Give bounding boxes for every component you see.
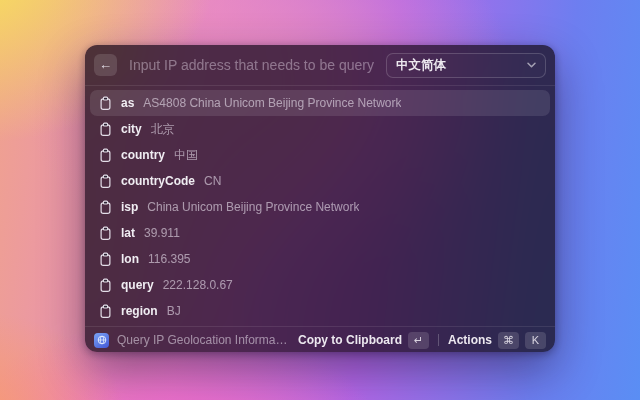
cmd-key-badge: ⌘ [498, 332, 519, 349]
list-item-value: CN [204, 174, 221, 188]
list-item[interactable]: query 222.128.0.67 [90, 272, 550, 298]
list-item-value: AS4808 China Unicom Beijing Province Net… [143, 96, 401, 110]
list-item-label: lon [121, 252, 139, 266]
list-item-value: 中国 [174, 147, 198, 164]
clipboard-icon [99, 96, 112, 111]
raycast-window: ← 中文简体 as AS4808 China Unicom Beijing Pr… [85, 45, 555, 352]
language-dropdown[interactable]: 中文简体 [386, 53, 546, 78]
list-item[interactable]: countryCode CN [90, 168, 550, 194]
list-item-label: countryCode [121, 174, 195, 188]
globe-icon [94, 333, 109, 348]
k-key-badge: K [525, 332, 546, 349]
clipboard-icon [99, 174, 112, 189]
enter-key-badge: ↵ [408, 332, 429, 349]
clipboard-icon [99, 226, 112, 241]
list-item-value: China Unicom Beijing Province Network [147, 200, 359, 214]
list-item-label: country [121, 148, 165, 162]
clipboard-icon [99, 252, 112, 267]
clipboard-icon [99, 122, 112, 137]
actions-button[interactable]: Actions [448, 333, 492, 347]
list-item[interactable]: country 中国 [90, 142, 550, 168]
list-item[interactable]: lon 116.395 [90, 246, 550, 272]
arrow-left-icon: ← [99, 54, 112, 76]
list-item-value: 222.128.0.67 [163, 278, 233, 292]
list-item[interactable]: lat 39.911 [90, 220, 550, 246]
clipboard-icon [99, 278, 112, 293]
list-item[interactable]: as AS4808 China Unicom Beijing Province … [90, 90, 550, 116]
back-button[interactable]: ← [94, 54, 117, 76]
list-item-label: query [121, 278, 154, 292]
language-dropdown-value: 中文简体 [396, 57, 446, 74]
footer-separator [438, 334, 439, 346]
chevron-down-icon [527, 62, 536, 68]
list-item-value: 39.911 [144, 226, 180, 240]
list-item-label: lat [121, 226, 135, 240]
clipboard-icon [99, 148, 112, 163]
list-item-value: BJ [167, 304, 181, 318]
list-item-value: 116.395 [148, 252, 191, 266]
list-item[interactable]: city 北京 [90, 116, 550, 142]
footer-bar: Query IP Geolocation Information Copy to… [85, 327, 555, 352]
desktop-background: ← 中文简体 as AS4808 China Unicom Beijing Pr… [0, 0, 640, 400]
search-header: ← 中文简体 [85, 45, 555, 85]
list-item-label: as [121, 96, 134, 110]
copy-to-clipboard-action[interactable]: Copy to Clipboard [298, 333, 402, 347]
list-item-value: 北京 [151, 121, 175, 138]
search-input[interactable] [127, 56, 376, 74]
list-item-label: isp [121, 200, 138, 214]
footer-actions: Copy to Clipboard ↵ Actions ⌘ K [298, 332, 546, 349]
list-item-label: region [121, 304, 158, 318]
clipboard-icon [99, 304, 112, 319]
list-item[interactable]: isp China Unicom Beijing Province Networ… [90, 194, 550, 220]
clipboard-icon [99, 200, 112, 215]
footer-title: Query IP Geolocation Information [117, 333, 290, 347]
result-list: as AS4808 China Unicom Beijing Province … [85, 86, 555, 326]
list-item-label: city [121, 122, 142, 136]
list-item[interactable]: region BJ [90, 298, 550, 324]
